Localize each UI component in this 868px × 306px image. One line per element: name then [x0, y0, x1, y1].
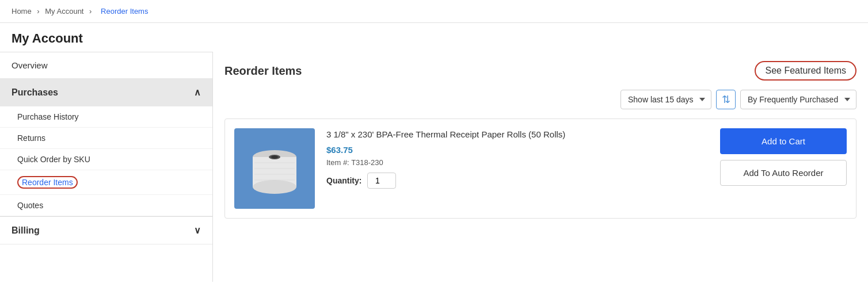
sidebar-section-billing[interactable]: Billing	[0, 216, 212, 244]
sidebar: Overview Purchases Purchase History Retu…	[0, 52, 213, 282]
product-card: 3 1/8" x 230' BPA-Free Thermal Receipt P…	[224, 118, 856, 219]
product-image	[234, 128, 315, 209]
sidebar-item-overview[interactable]: Overview	[0, 52, 212, 79]
quantity-label: Quantity:	[326, 176, 361, 185]
sidebar-purchases-label: Purchases	[12, 87, 58, 98]
sort-order-toggle-button[interactable]: ⇅	[716, 90, 736, 109]
see-featured-items-button[interactable]: See Featured Items	[755, 61, 856, 81]
svg-point-4	[271, 156, 278, 159]
quantity-row: Quantity:	[326, 173, 709, 189]
breadcrumb-home[interactable]: Home	[12, 7, 32, 16]
sort-icon: ⇅	[722, 93, 730, 106]
time-filter-select[interactable]: Show last 15 days Show last 30 days Show…	[620, 90, 711, 109]
filters-row: Show last 15 days Show last 30 days Show…	[224, 90, 856, 109]
product-price: $63.75	[326, 145, 709, 155]
sidebar-billing-label: Billing	[12, 225, 40, 236]
svg-point-2	[253, 180, 296, 194]
add-to-auto-reorder-button[interactable]: Add To Auto Reorder	[720, 160, 847, 186]
content-title: Reorder Items	[224, 64, 302, 78]
sidebar-item-quick-order[interactable]: Quick Order by SKU	[0, 149, 212, 170]
page-title: My Account	[0, 23, 868, 52]
sidebar-item-returns[interactable]: Returns	[0, 128, 212, 149]
sku-label: Item #:	[326, 158, 349, 167]
product-image-svg	[249, 140, 300, 197]
chevron-up-icon	[194, 87, 201, 98]
product-actions: Add to Cart Add To Auto Reorder	[720, 128, 847, 186]
product-info: 3 1/8" x 230' BPA-Free Thermal Receipt P…	[326, 128, 709, 189]
breadcrumb-current: Reorder Items	[101, 7, 148, 16]
sidebar-item-purchase-history[interactable]: Purchase History	[0, 106, 212, 128]
reorder-items-label: Reorder Items	[17, 176, 78, 189]
quantity-input[interactable]	[367, 173, 396, 189]
sidebar-item-reorder-items[interactable]: Reorder Items	[0, 170, 212, 195]
add-to-cart-button[interactable]: Add to Cart	[720, 128, 847, 154]
chevron-down-icon	[194, 225, 201, 236]
sku-value: T318-230	[351, 158, 383, 167]
breadcrumb-my-account[interactable]: My Account	[45, 7, 83, 16]
sidebar-item-quotes[interactable]: Quotes	[0, 195, 212, 216]
product-name: 3 1/8" x 230' BPA-Free Thermal Receipt P…	[326, 128, 709, 140]
main-layout: Overview Purchases Purchase History Retu…	[0, 52, 868, 282]
sort-filter-select[interactable]: By Frequently Purchased By Date By Name	[740, 90, 856, 109]
sidebar-section-purchases[interactable]: Purchases	[0, 79, 212, 106]
breadcrumb: Home › My Account › Reorder Items	[0, 0, 868, 23]
content-header: Reorder Items See Featured Items	[224, 61, 856, 81]
product-sku: Item #: T318-230	[326, 158, 709, 167]
main-content: Reorder Items See Featured Items Show la…	[213, 52, 868, 282]
